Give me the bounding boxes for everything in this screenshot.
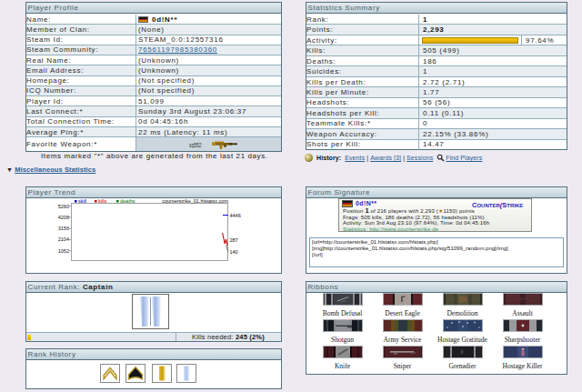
- svg-text:5260: 5260: [58, 204, 69, 209]
- svg-text:deaths: deaths: [120, 199, 135, 204]
- svg-text:4208: 4208: [58, 215, 69, 220]
- svg-text:kills: kills: [98, 199, 106, 204]
- svg-text:counterstrike_01.hlstatsx.com: counterstrike_01.hlstatsx.com: [162, 199, 228, 204]
- svg-text:140: 140: [230, 249, 238, 255]
- svg-text:2104: 2104: [58, 236, 69, 242]
- svg-text:3156: 3156: [58, 226, 69, 231]
- svg-text:287: 287: [230, 237, 238, 243]
- svg-text:skill: skill: [78, 199, 86, 204]
- svg-text:4446: 4446: [230, 213, 241, 218]
- svg-text:1052: 1052: [58, 248, 69, 254]
